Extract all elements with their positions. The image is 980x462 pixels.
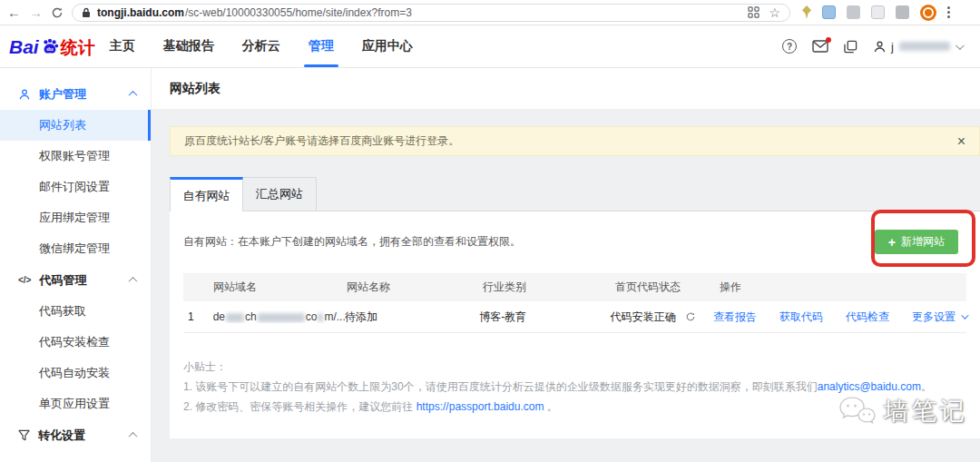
forward-icon[interactable]: →	[29, 5, 43, 19]
add-site-button[interactable]: + 新增网站	[875, 230, 958, 254]
sidebar-item-wechat-binding[interactable]: 微信绑定管理	[0, 233, 151, 264]
bookmark-star-icon[interactable]: ☆	[769, 6, 780, 19]
main-nav: 主页 基础报告 分析云 管理 应用中心	[110, 25, 413, 67]
chevron-up-icon	[129, 91, 138, 100]
sidebar-item-site-list[interactable]: 网站列表	[0, 110, 151, 141]
nav-analytics-cloud[interactable]: 分析云	[242, 25, 280, 67]
browser-profile-avatar[interactable]	[920, 5, 936, 21]
passport-link[interactable]: https://passport.baidu.com	[416, 400, 544, 413]
baidu-tongji-logo[interactable]: Bai du 统计	[9, 34, 95, 60]
extension-icon[interactable]	[896, 5, 909, 19]
tab-strip: 自有网站 汇总网站	[170, 177, 980, 211]
action-get-code[interactable]: 获取代码	[779, 310, 823, 325]
table-header: 网站域名 网站名称 行业类别 首页代码状态 操作	[183, 273, 966, 301]
add-site-label: 新增网站	[901, 234, 945, 250]
col-actions: 操作	[720, 280, 966, 295]
messages-icon[interactable]	[812, 40, 828, 53]
address-bar[interactable]: tongji.baidu.com /sc-web/10000330055/hom…	[72, 4, 790, 22]
site-name: 待添加	[345, 310, 479, 325]
back-icon[interactable]: ←	[7, 5, 21, 19]
tab-description: 自有网站：在本账户下创建的网站域名，拥有全部的查看和设置权限。	[183, 234, 521, 250]
row-index: 1	[183, 310, 213, 323]
tab-own-sites[interactable]: 自有网站	[170, 177, 243, 211]
sidebar-item-get-code[interactable]: 代码获取	[0, 296, 151, 327]
section-label: 账户管理	[39, 86, 86, 103]
section-label: 代码管理	[39, 272, 86, 289]
col-site-name: 网站名称	[347, 280, 483, 295]
paw-icon: du	[40, 36, 60, 56]
watermark-text: 墙笔记	[884, 395, 968, 428]
logo-text-suffix: 统计	[61, 36, 95, 60]
sidebar-item-code-auto-install[interactable]: 代码自动安装	[0, 358, 151, 388]
sidebar-item-email-subscription[interactable]: 邮件订阅设置	[0, 172, 151, 202]
sidebar-item-app-binding[interactable]: 应用绑定管理	[0, 202, 151, 233]
code-icon: </>	[18, 275, 31, 285]
browser-toolbar: ← → tongji.baidu.com /sc-web/10000330055…	[0, 0, 980, 25]
copy-pages-icon[interactable]	[844, 40, 858, 54]
action-more-settings[interactable]: 更多设置	[912, 310, 966, 325]
site-industry: 博客-教育	[479, 310, 610, 325]
chat-bubbles-icon	[837, 394, 877, 428]
recheck-icon[interactable]	[685, 311, 696, 322]
extension-icon[interactable]	[847, 5, 860, 19]
page-title-bar: 网站列表	[152, 68, 980, 110]
svg-text:du: du	[46, 46, 54, 52]
close-icon[interactable]: ×	[957, 134, 965, 149]
notice-banner: 原百度统计站长/客户账号请选择百度商业账号进行登录。 ×	[170, 126, 980, 156]
browser-extensions	[802, 5, 950, 21]
action-code-check[interactable]: 代码检查	[846, 310, 889, 325]
sidebar-section-code[interactable]: </> 代码管理	[0, 264, 151, 296]
notice-text: 原百度统计站长/客户账号请选择百度商业账号进行登录。	[184, 133, 459, 149]
tab-aggregated-sites[interactable]: 汇总网站	[243, 177, 317, 211]
lock-icon	[82, 7, 91, 18]
funnel-icon	[18, 429, 30, 441]
page: ← → tongji.baidu.com /sc-web/10000330055…	[0, 0, 980, 462]
sidebar-item-permission-accounts[interactable]: 权限账号管理	[0, 141, 151, 172]
sidebar-item-spa-settings[interactable]: 单页应用设置	[0, 388, 151, 419]
app-header: Bai du 统计 主页 基础报告 分析云 管理 应用中心 ? j	[0, 25, 980, 68]
url-host: tongji.baidu.com	[97, 6, 184, 19]
site-domain: dechcom/...	[213, 310, 345, 323]
watermark: 墙笔记	[837, 394, 968, 428]
page-title: 网站列表	[170, 81, 220, 97]
nav-manage[interactable]: 管理	[309, 25, 334, 67]
sidebar-section-conversion[interactable]: 转化设置	[0, 419, 151, 451]
logo-text-bai: Bai	[9, 36, 39, 58]
tab-groups-icon[interactable]	[748, 6, 760, 18]
col-industry: 行业类别	[483, 280, 615, 295]
sidebar-section-account[interactable]: 账户管理	[0, 78, 151, 110]
plus-icon: +	[888, 236, 896, 249]
unread-badge	[826, 37, 831, 43]
url-path: /sc-web/10000330055/home/site/index?from…	[185, 6, 412, 19]
chevron-down-icon	[956, 41, 965, 50]
chevron-up-icon	[129, 432, 138, 441]
action-view-report[interactable]: 查看报告	[713, 310, 757, 325]
username-redacted	[899, 42, 950, 51]
browser-menu-icon[interactable]	[947, 6, 950, 18]
nav-basic-reports[interactable]: 基础报告	[163, 25, 214, 67]
section-label: 转化设置	[38, 428, 85, 444]
nav-home[interactable]: 主页	[110, 25, 135, 67]
tips-title: 小贴士：	[183, 357, 966, 377]
sidebar: 账户管理 网站列表 权限账号管理 邮件订阅设置 应用绑定管理 微信绑定管理 </…	[0, 68, 152, 462]
nav-app-center[interactable]: 应用中心	[362, 25, 413, 67]
help-icon[interactable]: ?	[782, 39, 797, 54]
col-domain: 网站域名	[213, 280, 347, 295]
code-status: 代码安装正确	[610, 310, 675, 325]
chevron-down-icon	[961, 311, 968, 319]
sites-table: 网站域名 网站名称 行业类别 首页代码状态 操作 1 dechcom/... 待…	[183, 273, 966, 333]
chevron-up-icon	[129, 277, 138, 286]
username: j	[891, 40, 894, 54]
extension-icon[interactable]	[822, 5, 836, 19]
user-icon	[18, 88, 31, 101]
user-menu[interactable]: j	[873, 40, 962, 54]
refresh-icon[interactable]	[51, 6, 64, 19]
pin-extension-icon[interactable]	[802, 5, 811, 19]
table-row: 1 dechcom/... 待添加 博客-教育 代码安装正确 查看报告	[183, 301, 966, 333]
header-actions: ? j	[782, 39, 962, 54]
col-code-status: 首页代码状态	[615, 280, 720, 295]
extension-icon[interactable]	[871, 5, 885, 19]
sidebar-item-code-install-check[interactable]: 代码安装检查	[0, 327, 151, 358]
analytics-email-link[interactable]: analytics@baidu.com	[818, 380, 921, 393]
